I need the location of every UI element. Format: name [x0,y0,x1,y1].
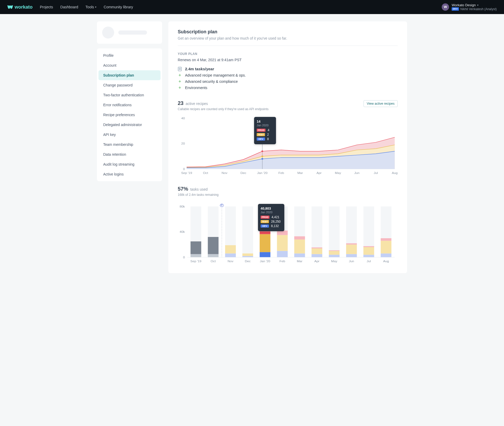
workspace-name: Workato Design [452,3,476,7]
sidebar-item-change-password[interactable]: Change password [99,80,161,90]
nav-left: workato ProjectsDashboardTools▾Community… [7,4,133,10]
nav-link-projects[interactable]: Projects [40,5,53,9]
tooltip-badge: DEV [261,224,269,228]
view-active-recipes-button[interactable]: View active recipes [364,100,398,107]
tooltip-value: 4,421 [272,215,279,219]
svg-text:Sep '19: Sep '19 [190,260,201,263]
svg-point-5 [261,151,263,152]
brand-logo[interactable]: workato [7,4,33,10]
svg-point-7 [261,158,263,160]
svg-text:Jun: Jun [354,171,359,174]
main-panel: Subscription plan Get an overview of you… [168,21,407,273]
recipes-chart[interactable]: 02040Sep '19OctNovDecJan '20FebMarAprMay… [178,116,398,176]
nav-link-dashboard[interactable]: Dashboard [60,5,78,9]
tooltip-value: 2 [267,133,269,136]
tooltip-badge: DEV [257,137,265,141]
svg-text:20: 20 [181,142,185,145]
nav-link-tools[interactable]: Tools▾ [85,5,96,9]
plus-icon: + [179,85,181,90]
svg-rect-66 [381,238,391,241]
settings-sidebar: ProfileAccountSubscription planChange pa… [97,48,162,181]
svg-rect-53 [311,248,322,254]
document-icon [178,67,182,71]
sidebar-item-subscription-plan[interactable]: Subscription plan [99,70,161,80]
tooltip-badge: PROD [261,216,269,219]
sidebar-item-data-retention[interactable]: Data retention [99,149,161,159]
svg-text:Mar: Mar [297,171,303,174]
svg-text:Aug: Aug [383,260,389,263]
divider [178,46,398,46]
nav-link-community-library[interactable]: Community library [104,5,133,9]
svg-text:C: C [221,204,223,207]
svg-rect-62 [364,247,374,255]
plan-feature-text: Advanced security & compliance [185,79,238,84]
tasks-title: 57% tasks used [178,186,219,192]
svg-rect-61 [364,255,374,257]
your-plan-label: YOUR PLAN [178,52,398,56]
svg-rect-50 [294,240,305,254]
svg-rect-31 [329,206,340,257]
tooltip-row: DEV8 [257,137,272,141]
sidebar-item-profile[interactable]: Profile [99,51,161,60]
tasks-chart[interactable]: 040k80kCSep '19OctNovDecJan '20FebMarApr… [178,201,398,264]
svg-rect-42 [242,253,253,256]
sidebar-item-audit-log-streaming[interactable]: Audit log streaming [99,159,161,169]
svg-text:Jan '20: Jan '20 [260,260,270,263]
tooltip-value: 8,132 [271,224,279,228]
svg-rect-56 [329,251,340,255]
svg-text:May: May [335,171,341,174]
recipes-tooltip: 14Jan 2020PROD4TEST2DEV8 [254,117,276,144]
sidebar-item-two-factor-authentication[interactable]: Two-factor authentication [99,90,161,100]
svg-text:0: 0 [183,167,185,171]
svg-text:Oct: Oct [211,260,216,263]
tasks-used-section: 57% tasks used 168k of 2.4m tasks remain… [178,186,398,264]
tooltip-badge: TEST [257,133,265,136]
user-menu[interactable]: Workato Design ▾ DEV Nikhil Venkatesh (A… [452,3,497,11]
svg-text:Nov: Nov [228,260,233,263]
sidebar-item-account[interactable]: Account [99,60,161,70]
brand-text: workato [15,4,33,10]
sidebar-item-team-membership[interactable]: Team membership [99,140,161,149]
svg-rect-35 [190,254,201,257]
svg-text:Jul: Jul [367,260,371,263]
user-avatar[interactable]: W [442,3,449,11]
svg-text:Aug: Aug [392,171,397,174]
svg-rect-51 [294,236,305,240]
plan-feature-row: +Advanced security & compliance [178,79,398,84]
svg-rect-54 [311,247,322,248]
svg-text:Apr: Apr [314,260,319,263]
tooltip-value: 28,250 [271,220,281,223]
svg-rect-52 [311,254,322,257]
svg-rect-45 [260,231,270,234]
svg-rect-26 [242,206,253,257]
sidebar-item-recipe-preferences[interactable]: Recipe preferences [99,110,161,120]
svg-text:40k: 40k [180,230,185,233]
tooltip-row: DEV8,132 [261,224,281,228]
svg-text:Dec: Dec [245,260,251,263]
tooltip-period: Jan 2020 [261,211,281,214]
svg-text:Mar: Mar [297,260,303,263]
profile-name-placeholder [118,30,147,35]
plan-tasks-row: 2.4m tasks/year [178,67,398,71]
tooltip-period: Jan 2020 [257,124,272,127]
svg-text:Dec: Dec [241,171,246,174]
svg-rect-39 [225,253,236,257]
svg-rect-49 [294,253,305,257]
svg-text:Oct: Oct [203,171,208,174]
plan-tasks-summary: 2.4m tasks/year [185,67,214,71]
svg-rect-47 [277,235,288,251]
tooltip-row: PROD4,421 [261,215,281,219]
sidebar-item-active-logins[interactable]: Active logins [99,169,161,179]
profile-avatar-placeholder [102,27,114,39]
user-name-role: Nikhil Venkatesh (Analyst) [460,7,497,11]
sidebar-item-delegated-administrator[interactable]: Delegated administrator [99,120,161,130]
plus-icon: + [179,73,181,78]
svg-text:Feb: Feb [278,171,284,174]
tooltip-badge: TEST [261,220,269,223]
sidebar-item-api-key[interactable]: API key [99,130,161,140]
svg-text:Jun: Jun [349,260,354,263]
sidebar-item-error-notifications[interactable]: Error notifications [99,100,161,110]
svg-rect-64 [381,253,391,257]
nav-right: W Workato Design ▾ DEV Nikhil Venkatesh … [442,3,497,11]
nav-links: ProjectsDashboardTools▾Community library [40,5,133,9]
